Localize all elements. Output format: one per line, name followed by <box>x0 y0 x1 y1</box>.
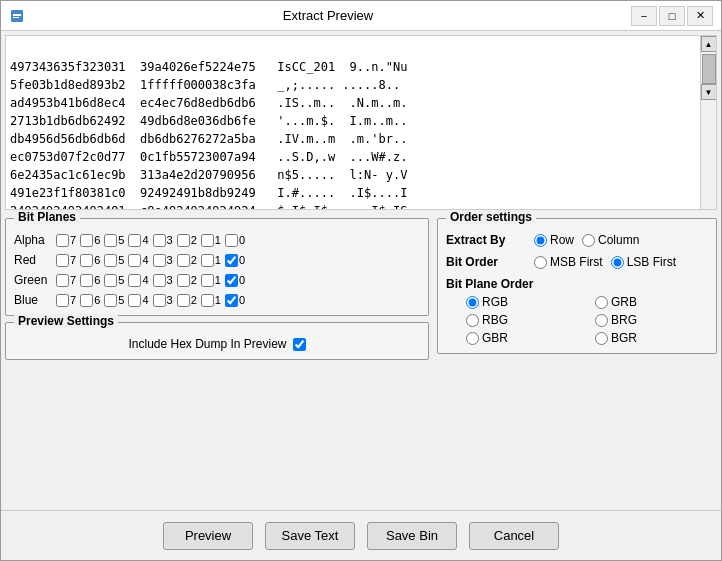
alpha-row: Alpha 7 6 5 4 3 2 1 0 <box>14 233 420 247</box>
msb-radio-item: MSB First <box>534 255 603 269</box>
alpha-3-checkbox[interactable] <box>153 234 166 247</box>
window-icon <box>9 8 25 24</box>
red-1-checkbox[interactable] <box>201 254 214 267</box>
red-bit-4: 4 <box>128 254 148 267</box>
alpha-6-checkbox[interactable] <box>80 234 93 247</box>
bit-planes-grid: Alpha 7 6 5 4 3 2 1 0 Red 7 6 <box>14 233 420 307</box>
alpha-bit-6: 6 <box>80 234 100 247</box>
blue-bit-2: 2 <box>177 294 197 307</box>
brg-radio-item: BRG <box>595 313 708 327</box>
scrollbar-thumb[interactable] <box>702 54 716 84</box>
rgb-radio[interactable] <box>466 296 479 309</box>
blue-bit-6: 6 <box>80 294 100 307</box>
gbr-radio[interactable] <box>466 332 479 345</box>
blue-label: Blue <box>14 293 54 307</box>
blue-7-checkbox[interactable] <box>56 294 69 307</box>
bit-order-label: Bit Order <box>446 255 526 269</box>
preview-settings-title: Preview Settings <box>14 314 118 328</box>
green-6-checkbox[interactable] <box>80 274 93 287</box>
save-bin-button[interactable]: Save Bin <box>367 522 457 550</box>
minimize-button[interactable]: − <box>631 6 657 26</box>
red-0-checkbox[interactable] <box>225 254 238 267</box>
cancel-button[interactable]: Cancel <box>469 522 559 550</box>
red-3-checkbox[interactable] <box>153 254 166 267</box>
rbg-radio[interactable] <box>466 314 479 327</box>
red-bit-6: 6 <box>80 254 100 267</box>
alpha-0-checkbox[interactable] <box>225 234 238 247</box>
red-label: Red <box>14 253 54 267</box>
green-bit-7: 7 <box>56 274 76 287</box>
blue-bit-5: 5 <box>104 294 124 307</box>
blue-4-checkbox[interactable] <box>128 294 141 307</box>
brg-radio[interactable] <box>595 314 608 327</box>
extract-row-radio[interactable] <box>534 234 547 247</box>
maximize-button[interactable]: □ <box>659 6 685 26</box>
lsb-radio[interactable] <box>611 256 624 269</box>
green-0-checkbox[interactable] <box>225 274 238 287</box>
bit-planes-group: Bit Planes Alpha 7 6 5 4 3 2 1 0 <box>5 218 429 316</box>
bit-plane-order-title: Bit Plane Order <box>446 277 708 291</box>
green-5-checkbox[interactable] <box>104 274 117 287</box>
alpha-bit-2: 2 <box>177 234 197 247</box>
save-text-button[interactable]: Save Text <box>265 522 355 550</box>
alpha-bit-1: 1 <box>201 234 221 247</box>
green-bit-6: 6 <box>80 274 100 287</box>
alpha-7-checkbox[interactable] <box>56 234 69 247</box>
msb-radio[interactable] <box>534 256 547 269</box>
close-button[interactable]: ✕ <box>687 6 713 26</box>
red-6-checkbox[interactable] <box>80 254 93 267</box>
green-3-checkbox[interactable] <box>153 274 166 287</box>
blue-5-checkbox[interactable] <box>104 294 117 307</box>
alpha-2-checkbox[interactable] <box>177 234 190 247</box>
extract-column-radio-item: Column <box>582 233 639 247</box>
alpha-1-checkbox[interactable] <box>201 234 214 247</box>
scroll-up-button[interactable]: ▲ <box>701 36 717 52</box>
extract-by-row: Extract By Row Column <box>446 233 708 247</box>
blue-1-checkbox[interactable] <box>201 294 214 307</box>
grb-radio[interactable] <box>595 296 608 309</box>
green-4-checkbox[interactable] <box>128 274 141 287</box>
bgr-radio[interactable] <box>595 332 608 345</box>
order-settings-group: Order settings Extract By Row Column <box>437 218 717 354</box>
order-settings-title: Order settings <box>446 210 536 224</box>
green-bit-0: 0 <box>225 274 245 287</box>
alpha-bit-3: 3 <box>153 234 173 247</box>
grb-label: GRB <box>611 295 637 309</box>
preview-settings-group: Preview Settings Include Hex Dump In Pre… <box>5 322 429 360</box>
red-5-checkbox[interactable] <box>104 254 117 267</box>
green-1-checkbox[interactable] <box>201 274 214 287</box>
red-4-checkbox[interactable] <box>128 254 141 267</box>
alpha-5-checkbox[interactable] <box>104 234 117 247</box>
alpha-label: Alpha <box>14 233 54 247</box>
scroll-down-button[interactable]: ▼ <box>701 84 717 100</box>
extract-row-radio-item: Row <box>534 233 574 247</box>
title-bar-controls: − □ ✕ <box>631 6 713 26</box>
blue-0-checkbox[interactable] <box>225 294 238 307</box>
red-7-checkbox[interactable] <box>56 254 69 267</box>
alpha-bit-4: 4 <box>128 234 148 247</box>
blue-bit-0: 0 <box>225 294 245 307</box>
lsb-radio-item: LSB First <box>611 255 676 269</box>
blue-bit-3: 3 <box>153 294 173 307</box>
blue-6-checkbox[interactable] <box>80 294 93 307</box>
green-2-checkbox[interactable] <box>177 274 190 287</box>
grb-radio-item: GRB <box>595 295 708 309</box>
main-content: Bit Planes Alpha 7 6 5 4 3 2 1 0 <box>1 214 721 510</box>
bit-planes-title: Bit Planes <box>14 210 80 224</box>
extract-column-radio[interactable] <box>582 234 595 247</box>
blue-bit-4: 4 <box>128 294 148 307</box>
alpha-bit-0: 0 <box>225 234 245 247</box>
blue-3-checkbox[interactable] <box>153 294 166 307</box>
alpha-bit-5: 5 <box>104 234 124 247</box>
include-hex-checkbox[interactable] <box>293 338 306 351</box>
blue-bit-7: 7 <box>56 294 76 307</box>
red-2-checkbox[interactable] <box>177 254 190 267</box>
rbg-radio-item: RBG <box>466 313 579 327</box>
alpha-4-checkbox[interactable] <box>128 234 141 247</box>
blue-2-checkbox[interactable] <box>177 294 190 307</box>
preview-button[interactable]: Preview <box>163 522 253 550</box>
blue-row: Blue 7 6 5 4 3 2 1 0 <box>14 293 420 307</box>
left-panel: Bit Planes Alpha 7 6 5 4 3 2 1 0 <box>5 218 429 506</box>
green-7-checkbox[interactable] <box>56 274 69 287</box>
order-settings-content: Extract By Row Column Bit Order <box>446 233 708 345</box>
